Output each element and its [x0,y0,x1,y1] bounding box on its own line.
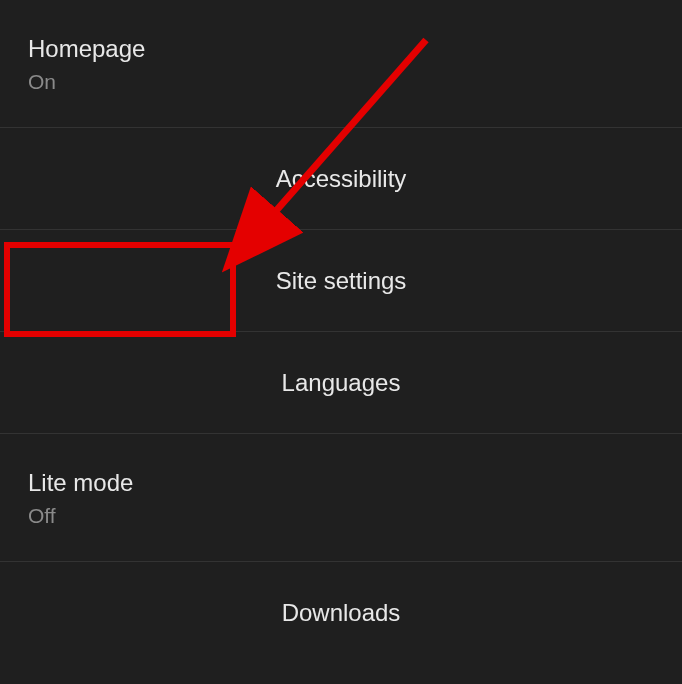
downloads-label: Downloads [282,597,401,628]
lite-mode-value: Off [28,504,654,528]
settings-item-languages[interactable]: Languages [0,332,682,434]
settings-item-accessibility[interactable]: Accessibility [0,128,682,230]
site-settings-label: Site settings [276,265,407,296]
settings-item-downloads[interactable]: Downloads [0,562,682,664]
languages-label: Languages [282,367,401,398]
settings-list: Homepage On Accessibility Site settings … [0,0,682,664]
homepage-value: On [28,70,654,94]
homepage-label: Homepage [28,33,654,64]
settings-item-site-settings[interactable]: Site settings [0,230,682,332]
settings-item-lite-mode[interactable]: Lite mode Off [0,434,682,562]
accessibility-label: Accessibility [276,163,407,194]
settings-item-homepage[interactable]: Homepage On [0,0,682,128]
lite-mode-label: Lite mode [28,467,654,498]
